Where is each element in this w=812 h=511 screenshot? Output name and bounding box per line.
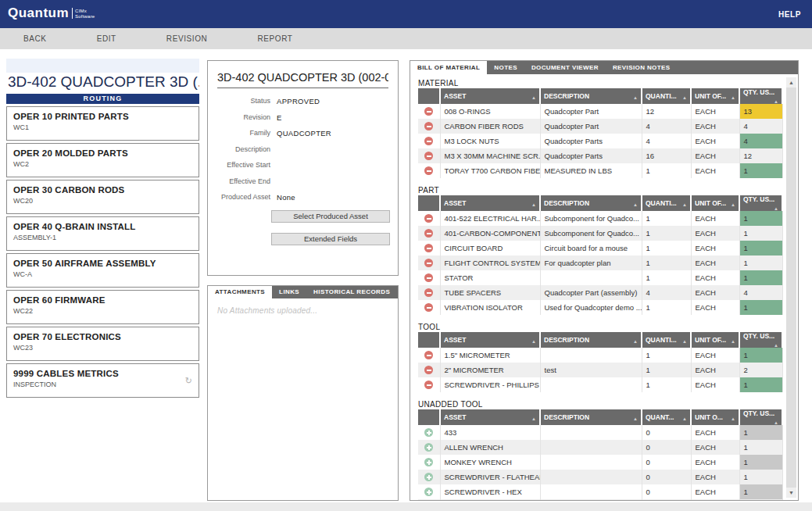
- column-header-asset[interactable]: ASSET▲: [440, 409, 540, 425]
- table-row[interactable]: CARBON FIBER RODSQuadcopter Part4EACH4: [418, 119, 782, 134]
- sort-asc-icon[interactable]: ▲: [531, 95, 536, 100]
- column-header-quanti[interactable]: QUANTI...▲: [642, 332, 691, 348]
- column-header-description[interactable]: DESCRIPTION▲: [540, 332, 642, 348]
- column-header-unit-of[interactable]: UNIT OF...▲: [691, 195, 739, 211]
- sort-asc-icon[interactable]: ▲: [531, 416, 536, 421]
- table-row[interactable]: ALLEN WRENCH0EACH1: [418, 440, 782, 455]
- column-header-quanti[interactable]: QUANTI...▲: [642, 88, 691, 104]
- column-header-qty-us[interactable]: QTY. US...▲: [739, 409, 782, 425]
- menu-item-revision[interactable]: REVISION: [166, 34, 208, 43]
- column-header-unit-of[interactable]: UNIT OF...▲: [691, 88, 739, 104]
- table-row[interactable]: CIRCUIT BOARDCircuit board for a mouse1E…: [418, 241, 782, 256]
- table-row[interactable]: 401-522 ELECTRICAL HAR...Subcomponent fo…: [418, 211, 782, 226]
- table-row[interactable]: M3 LOCK NUTSQuadcopter Parts4EACH4: [418, 134, 782, 148]
- operation-card[interactable]: OPER 70 ELECTRONICSWC23: [6, 327, 199, 361]
- menu-item-edit[interactable]: EDIT: [97, 34, 116, 43]
- table-row[interactable]: SCREWDRIVER - FLATHEAD0EACH1: [418, 470, 782, 484]
- sort-asc-icon[interactable]: ▲: [682, 95, 687, 100]
- remove-row-icon[interactable]: [424, 137, 433, 145]
- extended-fields-button[interactable]: Extended Fields: [271, 233, 390, 245]
- table-row[interactable]: 008 O-RINGSQuadcopter Part12EACH13: [418, 104, 782, 119]
- tab-bill-of-material[interactable]: BILL OF MATERIAL: [410, 61, 487, 74]
- remove-row-icon[interactable]: [424, 214, 433, 223]
- sort-asc-icon[interactable]: ▲: [731, 202, 735, 207]
- remove-row-icon[interactable]: [424, 351, 433, 359]
- column-header-qty-us[interactable]: QTY. US...▲: [739, 195, 782, 211]
- sort-asc-icon[interactable]: ▲: [774, 99, 778, 104]
- sort-asc-icon[interactable]: ▲: [731, 416, 735, 421]
- operation-card[interactable]: OPER 50 AIRFRAME ASSEMBLYWC-A: [6, 253, 199, 288]
- table-row[interactable]: WIRE CUTTERS0EACH1: [418, 499, 782, 500]
- remove-row-icon[interactable]: [424, 303, 433, 312]
- table-row[interactable]: SCREWDRIVER - PHILLIPS1EACH1: [418, 377, 782, 392]
- operation-card[interactable]: OPER 10 PRINTED PARTSWC1: [6, 106, 199, 141]
- column-header-unit-of[interactable]: UNIT OF...▲: [691, 332, 739, 348]
- menu-item-report[interactable]: REPORT: [257, 34, 292, 43]
- sort-asc-icon[interactable]: ▲: [682, 339, 687, 344]
- tab-revision-notes[interactable]: REVISION NOTES: [606, 61, 678, 74]
- sort-asc-icon[interactable]: ▲: [633, 416, 638, 421]
- sort-asc-icon[interactable]: ▲: [531, 202, 536, 207]
- remove-row-icon[interactable]: [424, 366, 433, 374]
- sort-asc-icon[interactable]: ▲: [682, 202, 687, 207]
- tab-document-viewer[interactable]: DOCUMENT VIEWER: [524, 61, 606, 74]
- column-header-quant[interactable]: QUANT...▲: [642, 409, 691, 425]
- table-row[interactable]: STATOR1EACH1: [418, 270, 782, 285]
- add-row-icon[interactable]: [424, 443, 433, 452]
- sort-asc-icon[interactable]: ▲: [633, 202, 638, 207]
- sort-asc-icon[interactable]: ▲: [774, 343, 778, 348]
- column-header-description[interactable]: DESCRIPTION▲: [540, 195, 642, 211]
- column-header-qty-us[interactable]: QTY. US...▲: [739, 332, 782, 348]
- operation-card[interactable]: OPER 30 CARBON RODSWC20: [6, 180, 199, 214]
- column-header-asset[interactable]: ASSET▲: [440, 88, 540, 104]
- menu-item-back[interactable]: BACK: [23, 34, 47, 43]
- tab-historical-records[interactable]: HISTORICAL RECORDS: [306, 286, 397, 298]
- remove-row-icon[interactable]: [424, 273, 433, 282]
- operation-card[interactable]: OPER 40 Q-BRAIN INSTALLASSEMBLY-1: [6, 216, 199, 251]
- help-button[interactable]: HELP: [778, 10, 801, 19]
- column-header-asset[interactable]: ASSET▲: [440, 332, 540, 348]
- tab-attachments[interactable]: ATTACHMENTS: [208, 286, 272, 298]
- sort-asc-icon[interactable]: ▲: [731, 95, 735, 100]
- scrollbar-up-button[interactable]: ▲: [786, 77, 796, 88]
- sort-asc-icon[interactable]: ▲: [731, 339, 735, 344]
- remove-row-icon[interactable]: [424, 244, 433, 252]
- add-row-icon[interactable]: [424, 428, 433, 437]
- operation-card[interactable]: OPER 60 FIRMWAREWC22: [6, 290, 199, 324]
- add-row-icon[interactable]: [424, 488, 433, 496]
- column-header-quanti[interactable]: QUANTI...▲: [642, 195, 691, 211]
- remove-row-icon[interactable]: [424, 166, 433, 175]
- sort-asc-icon[interactable]: ▲: [682, 416, 687, 421]
- table-row[interactable]: MONKEY WRENCH0EACH1: [418, 455, 782, 470]
- add-row-icon[interactable]: [424, 458, 433, 466]
- table-row[interactable]: 2" MICROMETERtest1EACH2: [418, 363, 782, 377]
- table-row[interactable]: TUBE SPACERSQuadcopter Part (assembly)4E…: [418, 285, 782, 300]
- remove-row-icon[interactable]: [424, 259, 433, 267]
- column-header-asset[interactable]: ASSET▲: [440, 195, 540, 211]
- operation-card[interactable]: OPER 20 MOLDED PARTSWC2: [6, 143, 199, 177]
- sort-asc-icon[interactable]: ▲: [633, 95, 638, 100]
- table-row[interactable]: TORAY T700 CARBON FIBERMEASURED IN LBS1E…: [418, 163, 782, 178]
- remove-row-icon[interactable]: [424, 122, 433, 130]
- column-header-description[interactable]: DESCRIPTION▲: [540, 88, 642, 104]
- operation-card[interactable]: 9999 CABLES METRICSINSPECTION↻: [6, 363, 199, 398]
- table-row[interactable]: 4330EACH1: [418, 425, 782, 440]
- table-row[interactable]: 401-CARBON-COMPONENTSubcomponent for Qua…: [418, 226, 782, 241]
- sort-asc-icon[interactable]: ▲: [774, 420, 778, 425]
- add-row-icon[interactable]: [424, 473, 433, 481]
- table-row[interactable]: 1.5" MICROMETER1EACH1: [418, 348, 782, 363]
- tab-links[interactable]: LINKS: [272, 286, 306, 298]
- column-header-qty-us[interactable]: QTY. US...▲: [739, 88, 782, 104]
- remove-row-icon[interactable]: [424, 288, 433, 297]
- column-header-description[interactable]: DESCRIPTION▲: [540, 409, 642, 425]
- table-row[interactable]: VIBRATION ISOLATORUsed for Quadcopter de…: [418, 300, 782, 315]
- vertical-scrollbar[interactable]: ▲ ▼: [786, 77, 796, 498]
- remove-row-icon[interactable]: [424, 152, 433, 160]
- select-produced-asset-button[interactable]: Select Produced Asset: [271, 210, 390, 223]
- sort-asc-icon[interactable]: ▲: [774, 206, 778, 211]
- remove-row-icon[interactable]: [424, 381, 433, 389]
- table-row[interactable]: M3 X 30MM MACHINE SCR...Quadcopter Parts…: [418, 148, 782, 163]
- tab-notes[interactable]: NOTES: [487, 61, 524, 74]
- sort-asc-icon[interactable]: ▲: [633, 339, 638, 344]
- remove-row-icon[interactable]: [424, 107, 433, 116]
